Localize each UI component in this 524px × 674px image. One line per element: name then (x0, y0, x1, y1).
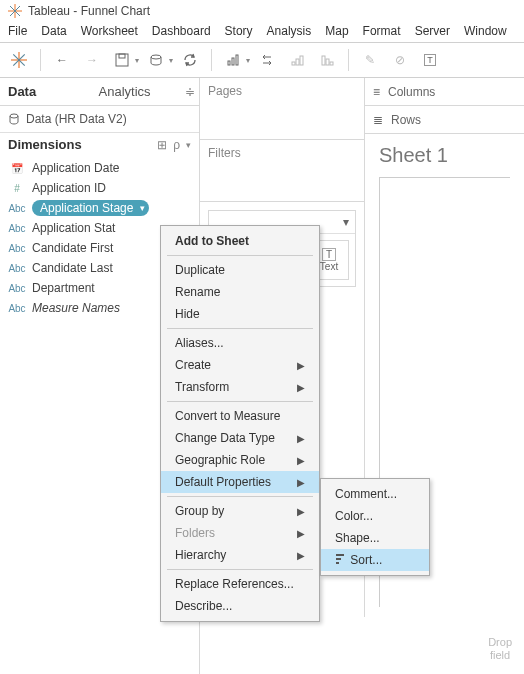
menu-server[interactable]: Server (415, 24, 450, 38)
pill-dropdown-icon[interactable]: ▾ (140, 203, 145, 213)
menu-worksheet[interactable]: Worksheet (81, 24, 138, 38)
ctx-hierarchy[interactable]: Hierarchy▶ (161, 544, 319, 566)
svg-rect-23 (336, 562, 339, 564)
ctx-rename[interactable]: Rename (161, 281, 319, 303)
chevron-right-icon: ▶ (297, 382, 305, 393)
ctx-geographic-role[interactable]: Geographic Role▶ (161, 449, 319, 471)
ctx-convert-measure[interactable]: Convert to Measure (161, 405, 319, 427)
svg-rect-15 (296, 59, 299, 65)
ctx-create[interactable]: Create▶ (161, 354, 319, 376)
field-context-menu: Add to Sheet Duplicate Rename Hide Alias… (160, 225, 320, 622)
ctx-replace-references[interactable]: Replace References... (161, 573, 319, 595)
dim-application-date[interactable]: 📅Application Date (0, 158, 199, 178)
sort-asc-button[interactable] (284, 47, 310, 73)
svg-point-10 (151, 55, 161, 59)
pages-shelf[interactable]: Pages (200, 78, 364, 140)
columns-shelf[interactable]: ≡Columns (365, 78, 524, 106)
sub-color[interactable]: Color... (321, 505, 429, 527)
ctx-group-by[interactable]: Group by▶ (161, 500, 319, 522)
svg-rect-21 (336, 554, 344, 556)
menu-map[interactable]: Map (325, 24, 348, 38)
sub-comment[interactable]: Comment... (321, 483, 429, 505)
abc-icon: Abc (8, 243, 26, 254)
chevron-right-icon: ▶ (297, 360, 305, 371)
titlebar: Tableau - Funnel Chart (0, 0, 524, 22)
svg-rect-11 (228, 61, 230, 65)
field-pill-selected[interactable]: Application Stage▾ (32, 200, 149, 216)
drop-field-hint: Drop field (488, 636, 512, 662)
sub-shape[interactable]: Shape... (321, 527, 429, 549)
menu-analysis[interactable]: Analysis (267, 24, 312, 38)
chevron-right-icon: ▶ (297, 477, 305, 488)
view-toggle-icon[interactable]: ⊞ (157, 138, 167, 152)
rows-shelf[interactable]: ≣Rows (365, 106, 524, 134)
new-worksheet-button[interactable] (220, 47, 246, 73)
ctx-transform[interactable]: Transform▶ (161, 376, 319, 398)
menubar: File Data Worksheet Dashboard Story Anal… (0, 22, 524, 42)
text-icon: T (322, 248, 336, 261)
highlight-button[interactable]: ✎ (357, 47, 383, 73)
menu-dashboard[interactable]: Dashboard (152, 24, 211, 38)
chevron-right-icon: ▶ (297, 506, 305, 517)
sheet-title[interactable]: Sheet 1 (379, 144, 510, 167)
svg-rect-12 (232, 58, 234, 65)
menu-story[interactable]: Story (225, 24, 253, 38)
ctx-duplicate[interactable]: Duplicate (161, 259, 319, 281)
menu-window[interactable]: Window (464, 24, 507, 38)
datasource-label: Data (HR Data V2) (26, 112, 127, 126)
tableau-logo-icon (8, 4, 22, 18)
chevron-right-icon: ▶ (297, 455, 305, 466)
menu-data[interactable]: Data (41, 24, 66, 38)
swap-button[interactable] (254, 47, 280, 73)
dim-application-id[interactable]: #Application ID (0, 178, 199, 198)
svg-rect-8 (116, 54, 128, 66)
refresh-button[interactable] (177, 47, 203, 73)
sub-sort[interactable]: Sort... (321, 549, 429, 571)
svg-rect-16 (300, 56, 303, 65)
abc-icon: Abc (8, 283, 26, 294)
dim-application-stage[interactable]: AbcApplication Stage▾ (0, 198, 199, 218)
dimensions-header: Dimensions ⊞ ρ ▾ (0, 132, 199, 156)
dimensions-menu-icon[interactable]: ▾ (186, 140, 191, 150)
sort-icon (335, 554, 347, 564)
sort-desc-button[interactable] (314, 47, 340, 73)
columns-icon: ≡ (373, 85, 380, 99)
abc-icon: Abc (8, 263, 26, 274)
save-button[interactable] (109, 47, 135, 73)
ctx-add-to-sheet[interactable]: Add to Sheet (161, 230, 319, 252)
new-datasource-button[interactable] (143, 47, 169, 73)
group-button[interactable]: ⊘ (387, 47, 413, 73)
svg-rect-13 (236, 55, 238, 65)
datasource-row[interactable]: Data (HR Data V2) (0, 106, 199, 132)
tableau-start-icon[interactable] (6, 47, 32, 73)
calendar-icon: 📅 (8, 163, 26, 174)
dimensions-title: Dimensions (8, 137, 82, 152)
menu-file[interactable]: File (8, 24, 27, 38)
filters-shelf[interactable]: Filters (200, 140, 364, 202)
ctx-change-data-type[interactable]: Change Data Type▶ (161, 427, 319, 449)
svg-rect-18 (326, 59, 329, 65)
search-icon[interactable]: ρ (173, 138, 180, 152)
ctx-default-properties[interactable]: Default Properties▶ (161, 471, 319, 493)
ctx-aliases[interactable]: Aliases... (161, 332, 319, 354)
tab-data[interactable]: Data (0, 78, 91, 105)
chevron-right-icon: ▶ (297, 550, 305, 561)
abc-icon: Abc (8, 223, 26, 234)
tab-analytics[interactable]: Analytics (91, 78, 182, 105)
ctx-describe[interactable]: Describe... (161, 595, 319, 617)
ctx-hide[interactable]: Hide (161, 303, 319, 325)
svg-rect-9 (119, 54, 125, 58)
chevron-right-icon: ▶ (297, 528, 305, 539)
svg-point-20 (10, 114, 18, 118)
redo-button[interactable]: → (79, 47, 105, 73)
undo-button[interactable]: ← (49, 47, 75, 73)
default-properties-submenu: Comment... Color... Shape... Sort... (320, 478, 430, 576)
ctx-folders: Folders▶ (161, 522, 319, 544)
show-labels-button[interactable]: T (417, 47, 443, 73)
marks-dropdown-icon[interactable]: ▾ (343, 215, 349, 229)
tab-options-icon[interactable]: ≑ (181, 78, 199, 105)
rows-icon: ≣ (373, 113, 383, 127)
menu-format[interactable]: Format (363, 24, 401, 38)
chevron-right-icon: ▶ (297, 433, 305, 444)
window-title: Tableau - Funnel Chart (28, 4, 150, 18)
